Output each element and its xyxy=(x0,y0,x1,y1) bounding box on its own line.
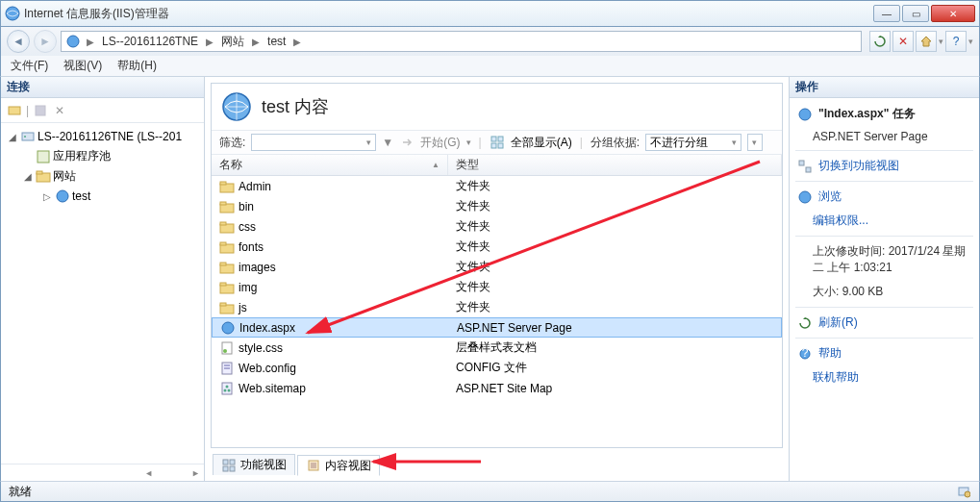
tab-features-view[interactable]: 功能视图 xyxy=(213,454,295,475)
tree-site-test-label: test xyxy=(72,189,90,203)
start-label[interactable]: 开始(G) xyxy=(420,135,460,151)
file-name: Index.aspx xyxy=(239,321,295,335)
col-name[interactable]: 名称▲ xyxy=(212,155,448,175)
maximize-button[interactable]: ▭ xyxy=(902,5,929,22)
connections-tree[interactable]: ◢ LS--20161126TNE (LS--201 应用程序池 ◢ 网站 ▷ … xyxy=(1,123,204,464)
file-type: 文件夹 xyxy=(448,299,782,315)
svg-rect-18 xyxy=(220,202,226,205)
breadcrumb[interactable]: ▶ LS--20161126TNE ▶ 网站 ▶ test ▶ xyxy=(61,31,862,52)
content-panel: test 内容 筛选: ▾ ▼ 开始(G) ▾ | 全部显示(A) | 分组依据… xyxy=(205,77,789,481)
window-title: Internet 信息服务(IIS)管理器 xyxy=(24,6,873,22)
svg-rect-49 xyxy=(806,167,811,172)
scroll-left-icon[interactable]: ◄ xyxy=(144,468,153,478)
scroll-right-icon[interactable]: ► xyxy=(191,468,200,478)
svg-rect-3 xyxy=(36,106,45,115)
minimize-button[interactable]: — xyxy=(873,5,900,22)
collapse-icon[interactable]: ◢ xyxy=(22,171,34,182)
file-name: Admin xyxy=(239,180,271,193)
chevron-right-icon: ▶ xyxy=(204,37,215,47)
chevron-right-icon: ▶ xyxy=(250,37,262,47)
stop-button[interactable]: ✕ xyxy=(892,31,914,52)
tree-server[interactable]: ◢ LS--20161126TNE (LS--201 xyxy=(3,127,202,146)
folder-icon xyxy=(219,239,235,255)
column-headers: 名称▲ 类型 xyxy=(212,155,782,176)
list-item[interactable]: style.css层叠样式表文档 xyxy=(212,338,782,358)
list-item[interactable]: js文件夹 xyxy=(212,297,782,317)
expand-icon[interactable]: ▷ xyxy=(41,191,53,202)
chevron-right-icon: ▶ xyxy=(85,37,96,47)
connections-panel: 连接 | ✕ ◢ LS--20161126TNE (LS--201 应用程序池 … xyxy=(1,77,205,481)
filter-row: 筛选: ▾ ▼ 开始(G) ▾ | 全部显示(A) | 分组依据: 不进行分组▾… xyxy=(212,130,782,155)
filter-input[interactable]: ▾ xyxy=(251,134,376,151)
action-edit-permissions[interactable]: 编辑权限... xyxy=(792,209,977,233)
file-type: 文件夹 xyxy=(448,178,782,194)
folder-icon xyxy=(219,219,235,235)
task-title: "Index.aspx" 任务 xyxy=(792,102,977,126)
list-item[interactable]: images文件夹 xyxy=(212,257,782,277)
menu-view[interactable]: 视图(V) xyxy=(63,58,102,74)
list-item[interactable]: css文件夹 xyxy=(212,216,782,237)
chevron-right-icon: ▶ xyxy=(291,37,303,47)
menu-file[interactable]: 文件(F) xyxy=(11,58,48,74)
list-item[interactable]: Web.sitemapASP.NET Site Map xyxy=(212,378,782,398)
list-item[interactable]: fonts文件夹 xyxy=(212,237,782,257)
group-by-select[interactable]: 不进行分组▾ xyxy=(645,134,741,151)
svg-rect-40 xyxy=(230,460,235,464)
home-button[interactable] xyxy=(916,31,937,52)
action-refresh[interactable]: 刷新(R) xyxy=(792,311,977,335)
nav-back-button[interactable]: ◄ xyxy=(7,30,30,53)
status-text: 就绪 xyxy=(9,484,32,500)
connect-icon[interactable] xyxy=(7,103,22,118)
file-name: fonts xyxy=(239,240,264,254)
svg-rect-2 xyxy=(9,107,20,114)
svg-rect-42 xyxy=(230,466,235,471)
go-icon[interactable] xyxy=(399,135,415,150)
crumb-app[interactable]: test xyxy=(265,35,288,48)
action-switch-view[interactable]: 切换到功能视图 xyxy=(792,154,977,178)
collapse-icon[interactable]: ◢ xyxy=(7,132,18,142)
file-name: images xyxy=(239,261,276,274)
action-online-help[interactable]: 联机帮助 xyxy=(792,365,977,389)
show-all-label[interactable]: 全部显示(A) xyxy=(511,135,572,151)
folder-icon xyxy=(219,260,235,275)
close-button[interactable]: ✕ xyxy=(931,5,975,22)
css-icon xyxy=(219,340,235,356)
svg-point-0 xyxy=(6,7,19,20)
crumb-server[interactable]: LS--20161126TNE xyxy=(100,35,200,48)
folder-icon xyxy=(36,169,51,185)
list-item[interactable]: img文件夹 xyxy=(212,277,782,297)
help-button[interactable]: ? xyxy=(945,31,967,52)
svg-rect-13 xyxy=(491,143,496,148)
save-icon[interactable] xyxy=(33,103,48,118)
list-item[interactable]: Web.configCONFIG 文件 xyxy=(212,358,782,378)
view-mode-button[interactable]: ▾ xyxy=(747,134,763,151)
menu-bar: 文件(F) 视图(V) 帮助(H) xyxy=(0,56,980,77)
crumb-sites[interactable]: 网站 xyxy=(219,34,246,50)
menu-help[interactable]: 帮助(H) xyxy=(117,58,157,74)
show-all-icon[interactable] xyxy=(490,135,505,150)
col-type[interactable]: 类型 xyxy=(448,155,782,175)
folder-icon xyxy=(219,179,235,194)
tree-app-pools-label: 应用程序池 xyxy=(53,148,111,164)
list-item[interactable]: Admin文件夹 xyxy=(212,176,782,196)
tab-content-view[interactable]: 内容视图 xyxy=(297,455,380,476)
action-browse[interactable]: 浏览 xyxy=(792,185,977,209)
folder-icon xyxy=(219,199,235,214)
nav-forward-button[interactable]: ► xyxy=(34,30,57,53)
refresh-button[interactable] xyxy=(869,31,891,52)
action-help[interactable]: ? 帮助 xyxy=(792,341,977,365)
file-name: style.css xyxy=(239,341,283,355)
filter-label: 筛选: xyxy=(219,135,245,151)
config-icon[interactable] xyxy=(956,484,971,499)
list-item[interactable]: bin文件夹 xyxy=(212,196,782,216)
svg-point-38 xyxy=(228,389,231,391)
list-item[interactable]: Index.aspxASP.NET Server Page xyxy=(212,317,782,338)
tree-sites[interactable]: ◢ 网站 xyxy=(3,166,202,187)
file-list[interactable]: Admin文件夹bin文件夹css文件夹fonts文件夹images文件夹img… xyxy=(212,176,782,447)
group-by-label: 分组依据: xyxy=(591,135,640,151)
delete-icon[interactable]: ✕ xyxy=(52,103,67,118)
info-modified: 上次修改时间: 2017/1/24 星期二 上午 1:03:21 xyxy=(792,239,977,280)
connections-toolbar: | ✕ xyxy=(1,98,204,123)
tree-site-test[interactable]: ▷ test xyxy=(3,187,202,206)
tree-app-pools[interactable]: 应用程序池 xyxy=(3,146,202,166)
